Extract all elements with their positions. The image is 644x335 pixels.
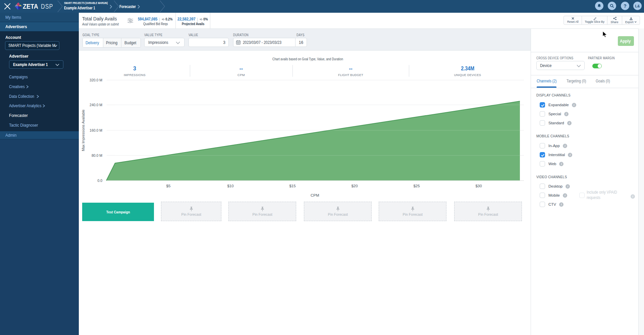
svg-text:0.0: 0.0 bbox=[97, 179, 102, 183]
svg-text:80.0 M: 80.0 M bbox=[92, 153, 102, 157]
svg-text:160.0 M: 160.0 M bbox=[90, 128, 102, 132]
svg-text:$5: $5 bbox=[166, 184, 171, 188]
svg-text:$20: $20 bbox=[351, 184, 358, 188]
svg-text:$30: $30 bbox=[475, 184, 482, 188]
svg-text:$15: $15 bbox=[289, 184, 296, 188]
svg-text:Max Impressions Available: Max Impressions Available bbox=[81, 110, 85, 151]
svg-text:$10: $10 bbox=[227, 184, 233, 188]
svg-text:$25: $25 bbox=[413, 184, 420, 188]
svg-text:240.0 M: 240.0 M bbox=[90, 103, 102, 107]
svg-text:320.0 M: 320.0 M bbox=[90, 78, 102, 82]
